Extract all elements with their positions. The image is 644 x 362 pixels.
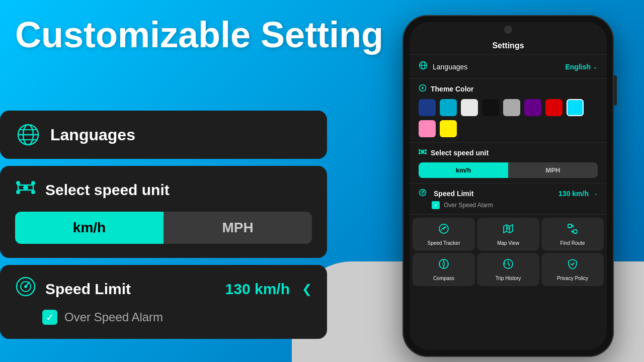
swatch-cyan[interactable]: [567, 99, 584, 116]
speed-limit-header: Speed Limit 130 km/h ❮: [15, 276, 312, 302]
mph-button[interactable]: MPH: [164, 212, 312, 244]
svg-point-25: [421, 150, 424, 153]
phone-speed-limit-section: Speed Limit 130 km/h ⌄ ✓ Over Speed Alar…: [410, 184, 607, 215]
phone-screen: Settings Languages English ⌄: [410, 22, 607, 350]
phone-mph-button[interactable]: MPH: [508, 162, 598, 178]
phone-status-bar: [410, 22, 607, 37]
phone-grid-map-view[interactable]: Map View: [477, 218, 539, 251]
swatch-purple[interactable]: [524, 99, 541, 116]
phone-theme-header: Theme Color: [419, 84, 598, 94]
phone-grid-privacy-policy-label: Privacy Policy: [557, 276, 588, 281]
phone-feature-grid: Speed Tracker Map View: [410, 215, 607, 289]
phone-grid-compass[interactable]: Compass: [413, 253, 475, 286]
phone-speed-header: Select speed unit: [419, 148, 598, 157]
shield-icon: [567, 258, 579, 273]
phone-languages-value: English: [565, 63, 591, 71]
swatch-dark-blue[interactable]: [419, 99, 436, 116]
speed-limit-title: Speed Limit: [45, 281, 216, 298]
phone-settings-header: Settings: [410, 37, 607, 55]
phone-overspeed-row: ✓ Over Speed Alarm: [432, 201, 598, 209]
svg-point-24: [422, 87, 424, 89]
page-title: Customizable Setting: [15, 15, 383, 55]
svg-point-45: [507, 227, 509, 229]
swatch-gray[interactable]: [503, 99, 520, 116]
phone-grid-find-route-label: Find Route: [560, 240, 585, 246]
speed-unit-buttons: km/h MPH: [15, 212, 312, 244]
chevron-down-icon[interactable]: ❮: [302, 282, 312, 296]
phone-languages-row[interactable]: Languages English ⌄: [410, 55, 607, 79]
phone-speed-limit-row: Speed Limit 130 km/h ⌄: [419, 189, 598, 198]
speed-unit-title: Select speed unit: [45, 182, 170, 199]
phone-overspeed-label: Over Speed Alarm: [444, 202, 493, 209]
svg-rect-47: [574, 230, 577, 233]
phone-theme-section: Theme Color: [410, 79, 607, 143]
swatch-light-gray[interactable]: [461, 99, 478, 116]
left-panel: Languages Select speed uni: [0, 111, 327, 339]
kmh-button[interactable]: km/h: [15, 212, 164, 244]
phone-limit-chevron: ⌄: [594, 191, 598, 196]
overspeed-row: ✓ Over Speed Alarm: [42, 310, 312, 325]
phone-grid-speed-tracker-label: Speed Tracker: [427, 240, 460, 246]
phone-speed-limit-value: 130 km/h: [558, 190, 589, 198]
phone-lang-chevron: ⌄: [593, 63, 598, 70]
phone-speed-unit-title: Select speed unit: [431, 149, 489, 157]
swatch-teal[interactable]: [440, 99, 457, 116]
phone-grid-speed-tracker[interactable]: Speed Tracker: [413, 218, 475, 251]
svg-marker-49: [443, 261, 445, 267]
phone-theme-icon: [419, 84, 427, 94]
speed-unit-card: Select speed unit km/h MPH: [0, 166, 327, 258]
phone-kmh-button[interactable]: km/h: [419, 162, 508, 178]
languages-card[interactable]: Languages: [0, 111, 327, 159]
languages-label: Languages: [50, 126, 135, 144]
history-icon: [502, 258, 514, 273]
swatch-red[interactable]: [545, 99, 562, 116]
phone-languages-label: Languages: [433, 63, 565, 71]
speed-limit-card: Speed Limit 130 km/h ❮ ✓ Over Speed Alar…: [0, 265, 327, 339]
globe-icon: [15, 122, 41, 148]
color-swatches: [419, 99, 598, 137]
svg-point-39: [422, 192, 423, 193]
svg-point-5: [23, 185, 28, 190]
svg-rect-46: [568, 224, 572, 228]
overspeed-alarm-label: Over Speed Alarm: [64, 310, 163, 324]
phone-globe-icon: [419, 61, 428, 72]
swatch-yellow[interactable]: [440, 120, 457, 137]
phone-grid-find-route[interactable]: Find Route: [541, 218, 604, 251]
swatch-pink[interactable]: [419, 120, 436, 137]
swatch-black[interactable]: [482, 99, 499, 116]
phone-overspeed-checkbox[interactable]: ✓: [432, 201, 440, 209]
route-icon: [567, 223, 579, 237]
svg-point-19: [24, 285, 27, 288]
speed-unit-header: Select speed unit: [15, 177, 312, 203]
phone-side-button: [614, 75, 617, 106]
speed-limit-icon: [15, 276, 36, 302]
phone-grid-trip-history[interactable]: Trip History: [477, 253, 539, 286]
speedometer-icon: [438, 223, 450, 237]
phone-unit-buttons: km/h MPH: [419, 162, 598, 178]
phone-grid-trip-history-label: Trip History: [496, 276, 521, 281]
phone-mockup: Settings Languages English ⌄: [403, 15, 614, 357]
phone-grid-privacy-policy[interactable]: Privacy Policy: [541, 253, 604, 286]
svg-point-42: [443, 228, 445, 230]
overspeed-checkbox[interactable]: ✓: [42, 310, 57, 325]
phone-speed-limit-title: Speed Limit: [434, 190, 554, 198]
phone-grid-map-view-label: Map View: [497, 240, 519, 246]
phone-speed-section: Select speed unit km/h MPH: [410, 143, 607, 184]
compass-icon: [438, 258, 450, 273]
map-icon: [502, 223, 514, 237]
phone-speed-limit-icon: [419, 189, 427, 198]
phone-theme-title: Theme Color: [431, 85, 474, 93]
phone-speed-icon: [419, 148, 427, 157]
phone-camera: [504, 26, 512, 34]
network-icon: [15, 177, 36, 203]
phone-outer: Settings Languages English ⌄: [403, 15, 614, 357]
phone-grid-compass-label: Compass: [433, 276, 454, 281]
speed-limit-value: 130 km/h: [225, 281, 290, 298]
